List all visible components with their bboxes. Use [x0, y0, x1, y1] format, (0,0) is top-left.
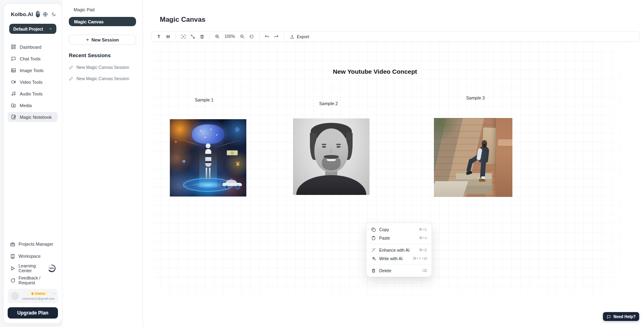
upgrade-plan-button[interactable]: Upgrade Plan [8, 307, 58, 319]
sidebar-item-learning-center[interactable]: Learning Center 66% [8, 264, 58, 273]
money-shape [227, 150, 238, 155]
sidebar-item-dashboard[interactable]: Dashboard [8, 42, 58, 52]
learning-progress-ring: 66% [48, 265, 56, 272]
dashboard-icon [11, 44, 16, 50]
delete-tool-button[interactable] [198, 33, 206, 40]
sidebar-item-media[interactable]: Media [8, 100, 58, 110]
toolbar-divider [209, 33, 210, 39]
session-row[interactable]: New Magic Canvas Session [69, 65, 136, 70]
need-help-label: Need Help? [613, 315, 636, 319]
export-label: Export [297, 34, 309, 39]
feedback-chat-icon [10, 278, 15, 283]
zoom-in-icon [215, 34, 220, 39]
sidebar-item-chat-tools[interactable]: Chat Tools [8, 54, 58, 64]
text-tool-button[interactable]: T [155, 33, 163, 40]
sample-1-label[interactable]: Sample 1 [195, 97, 213, 102]
sidebar-item-label: Learning Center [19, 263, 44, 273]
sample-2-label[interactable]: Sample 2 [319, 101, 338, 106]
building-icon [10, 254, 15, 259]
redo-button[interactable] [272, 33, 281, 40]
zoom-in-button[interactable] [213, 33, 221, 40]
new-session-label: New Session [91, 37, 119, 42]
sidebar-item-projects-manager[interactable]: Projects Manager [8, 240, 58, 248]
pencil-icon [69, 65, 73, 70]
primary-sidebar: Kolbo.AI Default Project Dashboard Chat … [3, 3, 62, 324]
sidebar-item-label: Dashboard [20, 45, 41, 50]
context-menu-item-delete[interactable]: Delete ⌫ [367, 266, 431, 275]
session-label: New Magic Canvas Session [76, 65, 129, 70]
brand-logo-text: Kolbo.AI [11, 11, 33, 17]
zoom-level: 100% [222, 34, 237, 39]
download-icon [290, 34, 295, 39]
session-row[interactable]: New Magic Canvas Session [69, 76, 136, 81]
context-menu-item-write-with-ai[interactable]: Write with AI ⌘+⇧+W [367, 254, 431, 263]
sidebar-item-label: Audio Tools [20, 91, 43, 96]
toolbar-divider [259, 33, 260, 39]
need-help-button[interactable]: Need Help? [603, 312, 639, 321]
shortcut-hint: ⌘+⇧+W [413, 257, 427, 261]
redo-icon [274, 34, 279, 39]
sidebar-item-label: Feedback / Request [19, 275, 56, 285]
sidebar-item-image-tools[interactable]: Image Tools [8, 65, 58, 75]
panel-item-magic-pad[interactable]: Magic Pad [69, 6, 136, 17]
car-shape [223, 180, 242, 187]
page-title: Magic Canvas [160, 16, 205, 24]
project-selector-label: Default Project [13, 27, 43, 31]
context-menu-label: Copy [379, 227, 389, 232]
connector-tool-button[interactable] [188, 33, 197, 40]
branch-connector-icon [190, 34, 195, 39]
sidebar-item-label: Media [20, 103, 32, 108]
dark-mode-moon-icon[interactable] [52, 12, 56, 17]
sidebar-item-video-tools[interactable]: Video Tools [8, 77, 58, 87]
sample-image-portrait[interactable] [293, 118, 369, 195]
undo-button[interactable] [263, 33, 271, 40]
canvas-title-text[interactable]: New Youtube Video Concept [333, 68, 417, 75]
shortcut-hint: ⌘+V [419, 236, 427, 240]
copy-icon [371, 227, 376, 232]
zoom-out-button[interactable] [238, 33, 247, 40]
heading-tool-button[interactable]: H [164, 33, 172, 40]
reset-view-button[interactable] [248, 33, 256, 40]
select-area-button[interactable] [179, 33, 188, 40]
media-folder-icon [11, 103, 16, 108]
brand-row: Kolbo.AI [8, 9, 58, 17]
shortcut-hint: ⌘+C [419, 228, 427, 232]
briefcase-icon [10, 242, 15, 247]
main-content: Magic Canvas T H 100% [143, 0, 644, 327]
notebook-panel: Magic Pad Magic Canvas + New Session Rec… [62, 0, 143, 327]
crown-icon: ♛ [31, 292, 34, 296]
sidebar-footer-nav: Projects Manager Workspace Learning Cent… [8, 240, 58, 285]
sidebar-item-workspace[interactable]: Workspace [8, 252, 58, 261]
selection-crop-icon [181, 34, 186, 39]
sidebar-item-feedback-request[interactable]: Feedback / Request [8, 276, 58, 285]
sidebar-item-label: Projects Manager [19, 242, 53, 246]
user-account-card[interactable]: ♛ Owner zoharvan12@gmail.com [8, 289, 58, 303]
export-button[interactable]: Export [287, 34, 312, 39]
sample-image-ruins[interactable] [434, 118, 512, 197]
sample-3-label[interactable]: Sample 3 [466, 95, 485, 100]
shortcut-hint: ⌘+E [419, 248, 427, 252]
yen-glyph: ¥ [236, 160, 239, 167]
clipboard-icon [371, 236, 376, 240]
heart-glyph: ♥ [174, 139, 177, 144]
chevron-down-icon [49, 27, 52, 31]
language-globe-icon[interactable] [43, 12, 48, 17]
sample-image-ai-collage[interactable]: ♥ ♥ ¥ ◎ [170, 119, 246, 197]
notebook-pen-icon [11, 114, 16, 120]
context-menu: Copy ⌘+C Paste ⌘+V Enhance with AI ⌘+E W… [366, 223, 432, 277]
sidebar-item-magic-notebook[interactable]: Magic Notebook [8, 112, 58, 122]
context-menu-item-copy[interactable]: Copy ⌘+C [367, 225, 431, 234]
panel-item-magic-canvas[interactable]: Magic Canvas [69, 17, 136, 26]
sidebar-item-audio-tools[interactable]: Audio Tools [8, 89, 58, 99]
pencil-icon [69, 77, 73, 81]
magic-canvas-surface[interactable]: New Youtube Video Concept Sample 1 Sampl… [151, 43, 644, 308]
sidebar-item-label: Workspace [19, 254, 41, 259]
toolbar-divider [175, 33, 176, 39]
new-session-button[interactable]: + New Session [69, 35, 136, 45]
context-menu-item-enhance-with-ai[interactable]: Enhance with AI ⌘+E [367, 246, 431, 254]
context-menu-item-paste[interactable]: Paste ⌘+V [367, 234, 431, 242]
robot-shape [204, 143, 212, 182]
zoom-out-icon [240, 34, 245, 39]
role-badge: ♛ Owner [28, 291, 48, 296]
project-selector[interactable]: Default Project [9, 24, 56, 34]
